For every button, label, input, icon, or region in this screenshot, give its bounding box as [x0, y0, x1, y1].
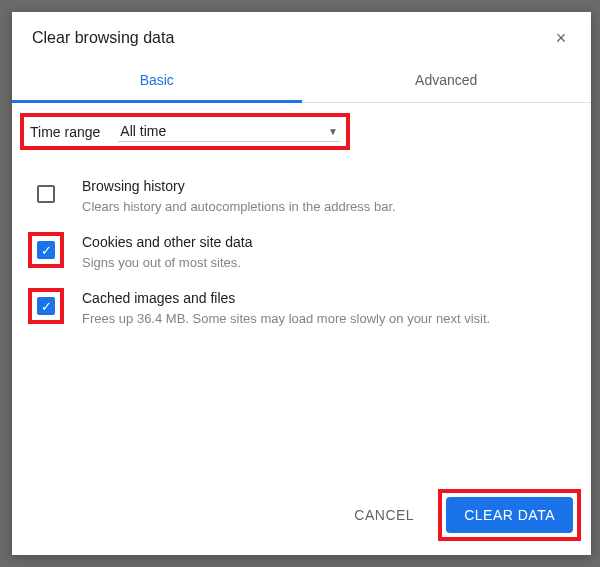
dialog-header: Clear browsing data × [12, 12, 591, 58]
dialog-content: Time range All time ▼ Browsing history C… [12, 103, 591, 475]
dialog-title: Clear browsing data [32, 29, 174, 47]
option-text: Browsing history Clears history and auto… [82, 176, 575, 216]
cancel-button[interactable]: CANCEL [340, 499, 428, 531]
option-cached: ✓ Cached images and files Frees up 36.4 … [20, 280, 583, 336]
time-range-row: Time range All time ▼ [20, 113, 350, 150]
option-title: Browsing history [82, 178, 575, 194]
tab-advanced[interactable]: Advanced [302, 58, 592, 102]
checkmark-icon: ✓ [41, 300, 52, 313]
close-icon[interactable]: × [551, 28, 571, 48]
option-browsing-history: Browsing history Clears history and auto… [20, 168, 583, 224]
checkbox-wrap-cached: ✓ [28, 288, 64, 324]
dialog-footer: CANCEL CLEAR DATA [12, 475, 591, 555]
chevron-down-icon: ▼ [328, 126, 338, 137]
clear-data-button[interactable]: CLEAR DATA [446, 497, 573, 533]
option-cookies: ✓ Cookies and other site data Signs you … [20, 224, 583, 280]
checkbox-wrap-browsing-history [28, 176, 64, 212]
tabs: Basic Advanced [12, 58, 591, 103]
checkbox-cached[interactable]: ✓ [37, 297, 55, 315]
time-range-value: All time [120, 123, 166, 139]
time-range-label: Time range [30, 124, 100, 140]
clear-browsing-data-dialog: Clear browsing data × Basic Advanced Tim… [12, 12, 591, 555]
checkbox-cookies[interactable]: ✓ [37, 241, 55, 259]
time-range-select[interactable]: All time ▼ [118, 121, 340, 142]
tab-basic[interactable]: Basic [12, 58, 302, 102]
checkmark-icon: ✓ [41, 244, 52, 257]
tab-basic-label: Basic [140, 72, 174, 88]
option-title: Cached images and files [82, 290, 575, 306]
option-desc: Signs you out of most sites. [82, 254, 575, 272]
option-text: Cached images and files Frees up 36.4 MB… [82, 288, 575, 328]
option-text: Cookies and other site data Signs you ou… [82, 232, 575, 272]
option-desc: Frees up 36.4 MB. Some sites may load mo… [82, 310, 575, 328]
clear-data-button-highlight: CLEAR DATA [438, 489, 581, 541]
checkbox-browsing-history[interactable] [37, 185, 55, 203]
option-title: Cookies and other site data [82, 234, 575, 250]
option-desc: Clears history and autocompletions in th… [82, 198, 575, 216]
tab-advanced-label: Advanced [415, 72, 477, 88]
checkbox-wrap-cookies: ✓ [28, 232, 64, 268]
